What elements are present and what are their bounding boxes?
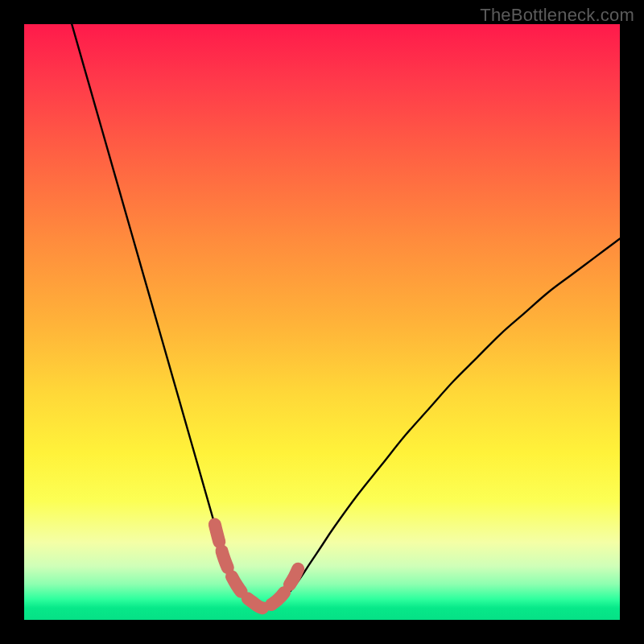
bottleneck-chart bbox=[24, 24, 620, 620]
watermark-text: TheBottleneck.com bbox=[480, 5, 634, 26]
curve-line bbox=[72, 24, 620, 609]
valley-marker-path bbox=[215, 525, 301, 609]
chart-plot-area bbox=[24, 24, 620, 620]
chart-frame: TheBottleneck.com bbox=[0, 0, 644, 644]
